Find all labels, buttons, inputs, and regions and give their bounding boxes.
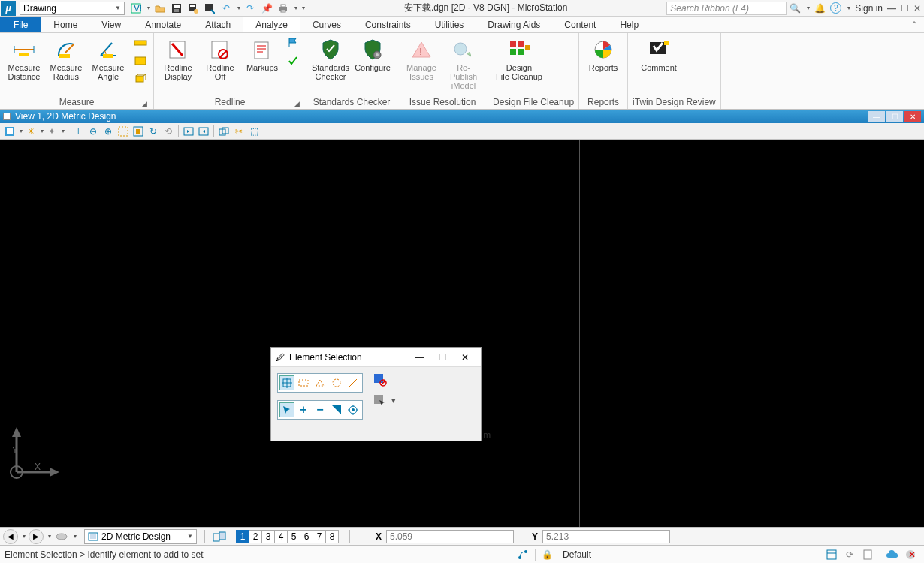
fit-view-icon[interactable] [131,125,145,138]
view-attributes-icon[interactable] [3,125,17,138]
x-coord-input[interactable] [386,530,514,543]
measure-length-icon[interactable] [132,35,149,51]
menu-drawing-aids[interactable]: Drawing Aids [476,17,552,32]
dialog-close-button[interactable]: ✕ [454,348,476,366]
bell-icon[interactable]: 🔔 [814,3,826,14]
help-drop[interactable]: ▾ [847,5,850,11]
zoom-out-icon[interactable]: ⊖ [86,125,100,138]
menu-constraints[interactable]: Constraints [353,17,423,32]
arrow-up-icon[interactable]: ⊥ [71,125,85,138]
standards-checker-button[interactable]: StandardsChecker [311,35,350,83]
republish-imodel-button[interactable]: Re-PublishiModel [444,35,483,92]
clip-volume-icon[interactable]: ✂ [232,125,246,138]
dialog-minimize-button[interactable]: — [409,348,431,366]
undo-icon[interactable]: ↶ [219,2,233,15]
sb-tasks-icon[interactable] [824,548,839,561]
maximize-button[interactable]: ☐ [901,3,909,14]
sb-cloud-icon[interactable] [885,548,900,561]
view-6-button[interactable]: 6 [300,530,313,543]
snap-mode-icon[interactable] [515,548,530,561]
ribbon-collapse-button[interactable]: ⌃ [904,17,924,32]
design-file-cleanup-button[interactable]: DesignFile Cleanup [493,35,545,83]
measure-area-icon[interactable] [132,53,149,69]
rotate-view-icon[interactable]: ↻ [146,125,160,138]
invert-selection-icon[interactable] [329,402,344,417]
menu-attach[interactable]: Attach [193,17,243,32]
menu-utilities[interactable]: Utilities [423,17,476,32]
comment-button[interactable]: Comment [633,35,685,74]
workflow-selector[interactable]: Drawing ▼ [20,2,125,15]
search-ribbon-input[interactable]: Search Ribbon (F4) [666,2,787,15]
view-previous-icon[interactable] [182,125,195,138]
menu-annotate[interactable]: Annotate [133,17,193,32]
nav-back-drop[interactable]: ▾ [23,533,26,540]
individual-select-icon[interactable] [279,375,294,390]
close-button[interactable]: ✕ [913,3,921,14]
zoom-in-icon[interactable]: ⊕ [101,125,115,138]
view-maximize-button[interactable]: ☐ [886,111,903,122]
menu-file[interactable]: File [0,17,41,32]
line-select-icon[interactable] [346,375,361,390]
sb-file-icon[interactable] [860,548,875,561]
manage-issues-button[interactable]: !ManageIssues [402,35,441,83]
save-settings-icon[interactable] [186,2,200,15]
dialog-maximize-button[interactable]: ☐ [431,348,454,366]
new-selection-icon[interactable] [279,402,294,417]
nav-disk-drop[interactable]: ▾ [74,533,77,540]
view-2-button[interactable]: 2 [249,530,262,543]
menu-analyze[interactable]: Analyze [243,17,300,32]
nav-fwd-drop[interactable]: ▾ [48,533,51,540]
menu-content[interactable]: Content [552,17,608,32]
level-name[interactable]: Default [563,549,591,560]
window-area-icon[interactable] [116,125,130,138]
handles-drop[interactable]: ▾ [391,396,396,405]
qat-grid-icon[interactable]: V8 [129,2,143,15]
circle-select-icon[interactable] [329,375,344,390]
adjust-brightness-icon[interactable]: ✦ [45,125,59,138]
add-selection-icon[interactable]: + [296,402,311,417]
flag-icon[interactable] [285,35,301,51]
select-all-icon[interactable] [346,402,361,417]
measure-volume-icon[interactable] [132,71,149,87]
help-icon[interactable]: ? [830,2,841,14]
ds-drop[interactable]: ▾ [41,128,44,134]
measure-radius-button[interactable]: MeasureRadius [47,35,86,83]
display-style-icon[interactable]: ☀ [24,125,38,138]
view-next-icon[interactable] [197,125,210,138]
va-drop[interactable]: ▾ [20,128,23,134]
redline-launcher[interactable]: ◢ [294,100,300,107]
view-7-button[interactable]: 7 [313,530,326,543]
menu-help[interactable]: Help [608,17,651,32]
open-folder-icon[interactable] [153,2,167,15]
disable-handles-icon[interactable] [373,373,396,387]
minimize-button[interactable]: — [887,3,896,14]
print-drop[interactable]: ▾ [294,5,297,11]
search-drop[interactable]: ▾ [807,5,810,11]
nav-forward-button[interactable]: ▶ [29,529,44,544]
save-icon[interactable] [170,2,183,15]
menu-curves[interactable]: Curves [300,17,353,32]
sb-running-icon[interactable]: ⟳ [842,548,857,561]
view-3-button[interactable]: 3 [261,530,275,543]
menu-home[interactable]: Home [41,17,89,32]
redo-icon[interactable]: ↷ [243,2,257,15]
view-4-button[interactable]: 4 [274,530,288,543]
locks-icon[interactable]: 🔒 [540,548,555,561]
signin-link[interactable]: Sign in [855,3,883,14]
measure-angle-button[interactable]: MeasureAngle [89,35,128,83]
select-handles-icon[interactable] [373,394,385,406]
compress-icon[interactable] [203,2,216,15]
view-5-button[interactable]: 5 [287,530,300,543]
ab-drop[interactable]: ▾ [62,128,65,134]
clip-mask-icon[interactable]: ⬚ [247,125,261,138]
block-select-icon[interactable] [296,375,311,390]
configure-button[interactable]: Configure [353,35,392,74]
measure-distance-button[interactable]: MeasureDistance [5,35,44,83]
redline-display-button[interactable]: RedlineDisplay [159,35,198,83]
markups-button[interactable]: Markups [243,35,282,74]
copy-view-icon[interactable] [217,125,231,138]
views-toggle-icon[interactable] [213,530,226,543]
view-8-button[interactable]: 8 [325,530,339,543]
menu-view[interactable]: View [89,17,133,32]
drawing-canvas[interactable]: YX 安下载anxz.com 🖉 Element Selection — ☐ ✕ [0,140,924,527]
